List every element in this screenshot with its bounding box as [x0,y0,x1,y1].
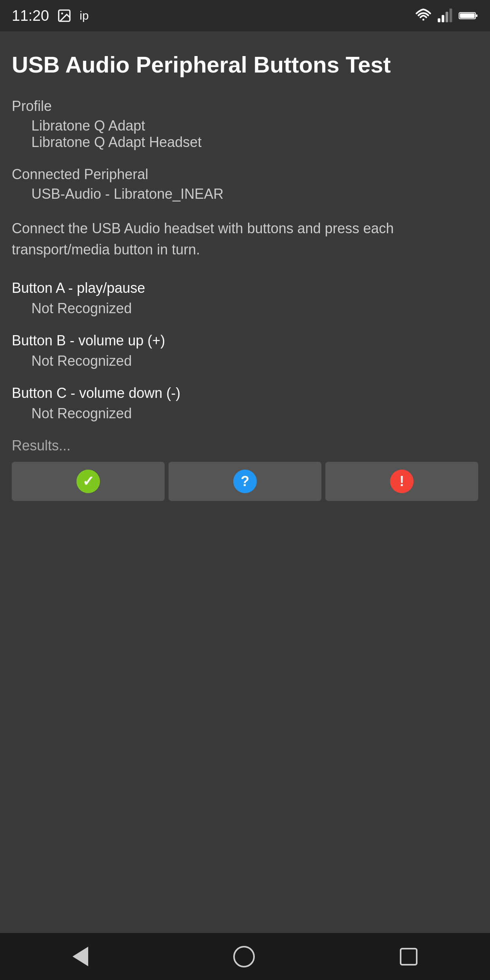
home-icon [233,946,255,967]
svg-point-2 [423,19,425,21]
profile-item1: Libratone Q Adapt [12,118,478,134]
button-c-section: Button C - volume down (-) Not Recognize… [12,385,478,422]
profile-label: Profile [12,98,478,114]
fail-button[interactable]: ! [325,462,478,501]
svg-rect-6 [450,9,452,22]
status-right [416,8,478,24]
info-button[interactable]: ? [169,462,321,501]
recent-button[interactable] [400,948,417,965]
home-button[interactable] [233,946,255,967]
nav-bar [0,933,490,980]
button-b-section: Button B - volume up (+) Not Recognized [12,332,478,369]
info-icon: ? [233,470,257,493]
battery-icon [459,10,478,22]
back-icon [73,947,88,966]
action-buttons-container: ✓ ? ! [12,462,478,501]
connected-peripheral-label: Connected Peripheral [12,166,478,183]
status-time: 11:20 [12,7,49,24]
image-icon [57,8,72,23]
svg-rect-5 [446,12,448,22]
profile-section: Profile Libratone Q Adapt Libratone Q Ad… [12,98,478,151]
ip-label: ip [80,9,89,22]
svg-rect-3 [438,18,441,22]
connected-peripheral-value: USB-Audio - Libratone_INEAR [12,186,478,202]
button-c-label: Button C - volume down (-) [12,385,478,401]
connected-peripheral-section: Connected Peripheral USB-Audio - Librato… [12,166,478,202]
button-a-label: Button A - play/pause [12,280,478,296]
results-section: Results... ✓ ? ! [12,437,478,501]
button-a-status: Not Recognized [12,300,478,317]
pass-icon: ✓ [76,470,100,493]
status-bar: 11:20 ip [0,0,490,31]
button-c-status: Not Recognized [12,405,478,422]
main-content: USB Audio Peripheral Buttons Test Profil… [0,31,490,513]
svg-rect-9 [460,13,475,18]
recent-icon [400,948,417,965]
svg-rect-8 [475,15,477,17]
profile-item2: Libratone Q Adapt Headset [12,134,478,151]
pass-button[interactable]: ✓ [12,462,165,501]
svg-point-1 [61,13,63,15]
back-button[interactable] [73,947,88,966]
button-b-label: Button B - volume up (+) [12,332,478,349]
instruction-text: Connect the USB Audio headset with butto… [12,218,478,260]
button-b-status: Not Recognized [12,353,478,369]
svg-rect-4 [442,15,445,22]
button-a-section: Button A - play/pause Not Recognized [12,280,478,317]
status-left: 11:20 ip [12,7,89,24]
signal-icon [437,8,453,24]
fail-icon: ! [390,470,414,493]
wifi-icon [416,8,431,24]
page-title: USB Audio Peripheral Buttons Test [12,51,478,78]
results-label: Results... [12,437,478,454]
